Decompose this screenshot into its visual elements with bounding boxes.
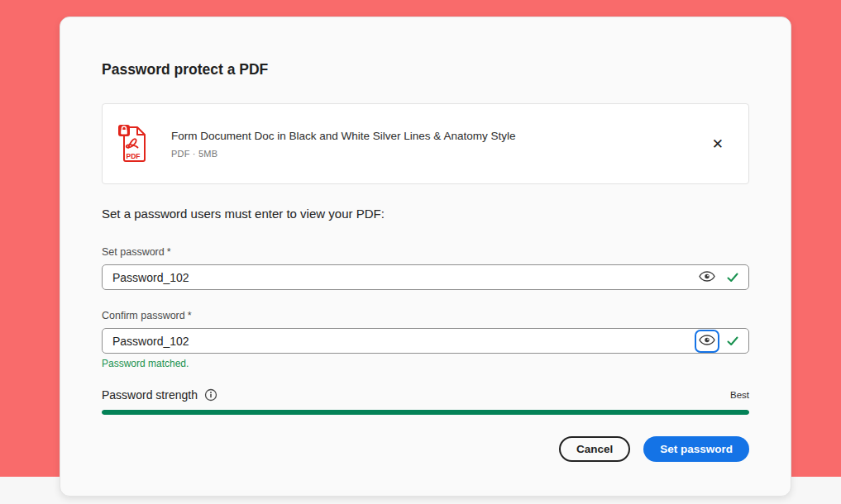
strength-level-label: Best <box>730 390 749 400</box>
set-password-label-text: Set password <box>102 246 165 258</box>
password-strength-row: Password strength Best <box>102 388 749 402</box>
pdf-icon-label: PDF <box>127 152 141 160</box>
set-password-field <box>102 264 749 290</box>
strength-bar-fill <box>102 410 749 415</box>
eye-icon <box>699 334 715 349</box>
file-name: Form Document Doc in Black and White Sil… <box>171 130 710 143</box>
cancel-button[interactable]: Cancel <box>559 436 630 462</box>
confirm-password-input[interactable] <box>112 335 695 348</box>
confirm-password-label-text: Confirm password <box>102 310 185 321</box>
required-asterisk: * <box>167 246 171 258</box>
file-meta: PDF · 5MB <box>171 149 710 159</box>
password-valid-check-icon <box>727 273 738 283</box>
password-strength-bar <box>102 410 749 415</box>
set-password-label: Set password* <box>102 247 749 258</box>
set-password-visibility-toggle[interactable] <box>695 266 719 289</box>
instruction-text: Set a password users must enter to view … <box>102 207 749 221</box>
password-match-check-icon <box>727 336 738 346</box>
dialog-title: Password protect a PDF <box>102 62 749 78</box>
file-card: PDF Form Document Doc in Black and White… <box>102 103 749 184</box>
required-asterisk: * <box>188 310 192 321</box>
file-info: Form Document Doc in Black and White Sil… <box>171 130 710 159</box>
close-icon: ✕ <box>712 136 724 152</box>
info-icon[interactable] <box>204 388 217 402</box>
confirm-password-field <box>102 328 749 354</box>
remove-file-button[interactable]: ✕ <box>710 136 725 153</box>
confirm-password-label: Confirm password* <box>102 311 749 321</box>
password-strength-label: Password strength <box>102 388 198 402</box>
password-protect-dialog: Password protect a PDF PDF Form Document… <box>60 17 791 497</box>
set-password-input[interactable] <box>112 271 695 284</box>
password-matched-message: Password matched. <box>102 359 749 369</box>
set-password-button[interactable]: Set password <box>643 436 749 462</box>
confirm-password-visibility-toggle[interactable] <box>695 330 719 353</box>
eye-icon <box>699 270 715 285</box>
dialog-actions: Cancel Set password <box>102 436 749 462</box>
pdf-lock-file-icon: PDF <box>117 124 149 164</box>
